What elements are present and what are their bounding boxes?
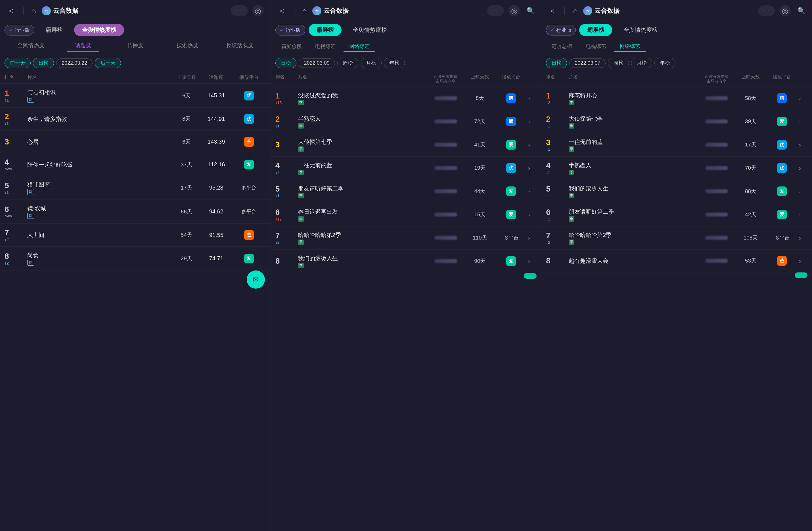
- arrow-col[interactable]: ›: [528, 188, 537, 195]
- table-row[interactable]: 8 ↓2 尚食 网 29天 74.71 爱: [0, 247, 271, 270]
- panel-content[interactable]: 1 ↑3 麻花特开心 季 58天 腾 ›: [541, 87, 812, 531]
- arrow-col[interactable]: ›: [799, 95, 808, 102]
- table-row[interactable]: 3 心居 6天 143.39 芒: [0, 131, 271, 153]
- table-row[interactable]: 5 ↓1 朋友请听好第二季 季 44天 爱 ›: [271, 180, 541, 203]
- row-arrow[interactable]: ›: [799, 165, 801, 171]
- tab-baping[interactable]: 霸屏榜: [38, 24, 71, 36]
- row-arrow[interactable]: ›: [528, 235, 530, 241]
- row-arrow[interactable]: ›: [799, 211, 801, 218]
- table-row[interactable]: 4 ↓1 半熟恋人 季 70天 优 ›: [541, 157, 812, 180]
- row-arrow[interactable]: ›: [799, 142, 801, 148]
- subnav-item-1[interactable]: 话题度: [57, 40, 109, 51]
- row-arrow[interactable]: ›: [528, 165, 530, 171]
- target-icon[interactable]: ◎: [508, 5, 520, 16]
- target-icon[interactable]: ◎: [779, 5, 791, 16]
- table-row[interactable]: 1 ↑1 与君初相识 网 6天 145.31 优: [0, 84, 271, 107]
- sec-tab-2[interactable]: 网络综艺: [614, 41, 646, 52]
- arrow-col[interactable]: ›: [528, 165, 537, 172]
- more-button[interactable]: ···: [231, 5, 248, 16]
- arrow-col[interactable]: ›: [528, 95, 537, 102]
- table-row[interactable]: 8 超有趣滑雪大会 53天 芒 ›: [541, 250, 812, 272]
- subnav-item-2[interactable]: 传播度: [109, 40, 161, 51]
- subnav-item-4[interactable]: 反馈活跃度: [214, 40, 266, 51]
- table-row[interactable]: 6 New 镜·双城 网 66天 94.62 多平台: [0, 200, 271, 224]
- row-arrow[interactable]: ›: [528, 258, 530, 264]
- table-row[interactable]: 7 ↓2 哈哈哈哈哈第2季 季 108天 多平台 ›: [541, 226, 812, 250]
- row-arrow[interactable]: ›: [528, 142, 530, 148]
- row-arrow[interactable]: ›: [799, 118, 801, 124]
- search-icon[interactable]: 🔍: [527, 7, 534, 14]
- table-row[interactable]: 6 ↑17 春日迟迟再出发 季 15天 爱 ›: [271, 203, 541, 226]
- table-row[interactable]: 2 ↓1 余生，请多指教 8天 144.91 优: [0, 107, 271, 131]
- prev-day-btn[interactable]: 前一天: [4, 58, 31, 68]
- chart-explain-button[interactable]: 榜单说明: [524, 273, 537, 279]
- back-icon[interactable]: ＜: [7, 5, 15, 16]
- arrow-col[interactable]: ›: [799, 211, 808, 218]
- chart-explain-button[interactable]: 榜单说明: [795, 272, 808, 278]
- tab-opinion[interactable]: 全舆情热度榜: [345, 24, 395, 36]
- row-arrow[interactable]: ›: [799, 258, 801, 264]
- table-row[interactable]: 1 ↑3 麻花特开心 季 58天 腾 ›: [541, 87, 812, 110]
- home-icon[interactable]: ⌂: [573, 6, 578, 15]
- industry-badge[interactable]: 行业版: [4, 25, 34, 35]
- row-arrow[interactable]: ›: [528, 95, 530, 101]
- table-row[interactable]: 5 ↓1 猎罪图鉴 网 17天 95.28 多平台: [0, 176, 271, 200]
- more-button[interactable]: ···: [487, 5, 504, 16]
- arrow-col[interactable]: ›: [528, 211, 537, 218]
- sec-tab-1[interactable]: 电视综艺: [309, 41, 341, 52]
- year-btn[interactable]: 年榜: [384, 58, 405, 68]
- month-btn[interactable]: 月榜: [631, 58, 652, 68]
- next-day-btn[interactable]: 后一天: [95, 58, 121, 68]
- subnav-item-0[interactable]: 全舆情热度: [4, 40, 57, 51]
- back-icon[interactable]: ＜: [548, 5, 556, 16]
- row-arrow[interactable]: ›: [799, 188, 801, 194]
- arrow-col[interactable]: ›: [799, 258, 808, 264]
- arrow-col[interactable]: ›: [528, 142, 537, 148]
- table-row[interactable]: 3 ↓1 一往无前的蓝 季 17天 优 ›: [541, 133, 812, 157]
- arrow-col[interactable]: ›: [799, 235, 808, 241]
- search-icon[interactable]: 🔍: [798, 7, 805, 14]
- more-button[interactable]: ···: [758, 5, 775, 16]
- target-icon[interactable]: ◎: [252, 5, 264, 16]
- row-arrow[interactable]: ›: [799, 95, 801, 101]
- panel-content[interactable]: 1 ↑1 与君初相识 网 6天 145.31 优: [0, 84, 271, 531]
- table-row[interactable]: 4 ↓2 一往无前的蓝 季 19天 优 ›: [271, 157, 541, 180]
- row-arrow[interactable]: ›: [528, 118, 530, 124]
- arrow-col[interactable]: ›: [799, 118, 808, 125]
- row-arrow[interactable]: ›: [799, 235, 801, 241]
- week-btn[interactable]: 周榜: [337, 58, 358, 68]
- sec-tab-2[interactable]: 网络综艺: [344, 41, 375, 52]
- sec-tab-0[interactable]: 霸屏总榜: [546, 41, 578, 52]
- fab-button[interactable]: ✉: [247, 270, 265, 289]
- arrow-col[interactable]: ›: [799, 142, 808, 148]
- tab-baping[interactable]: 霸屏榜: [579, 24, 612, 36]
- industry-badge[interactable]: 行业版: [275, 25, 305, 35]
- subnav-item-3[interactable]: 搜索热度: [161, 40, 214, 51]
- tab-opinion[interactable]: 全舆情热度榜: [615, 24, 666, 36]
- industry-badge[interactable]: 行业版: [546, 25, 576, 35]
- arrow-col[interactable]: ›: [528, 235, 537, 241]
- table-row[interactable]: 8 我们的滚烫人生 季 90天 爱 ›: [271, 250, 541, 273]
- table-row[interactable]: 1 ↑15 没谈过恋爱的我 季 8天 腾 ›: [271, 87, 541, 110]
- arrow-col[interactable]: ›: [799, 188, 808, 195]
- table-row[interactable]: 2 ↓1 半熟恋人 季 72天 腾 ›: [271, 110, 541, 133]
- row-arrow[interactable]: ›: [528, 211, 530, 218]
- table-row[interactable]: 2 ↓1 大侦探第七季 季 39天 爱 ›: [541, 110, 812, 133]
- table-row[interactable]: 4 New 陪你一起好好吃饭 37天 112.16 爱: [0, 153, 271, 176]
- arrow-col[interactable]: ›: [528, 258, 537, 265]
- panel-content[interactable]: 1 ↑15 没谈过恋爱的我 季 8天 腾 ›: [271, 87, 541, 531]
- tab-opinion[interactable]: 全舆情热度榜: [74, 24, 124, 36]
- year-btn[interactable]: 年榜: [654, 58, 676, 68]
- table-row[interactable]: 3 大侦探第七季 季 41天 爱 ›: [271, 133, 541, 157]
- home-icon[interactable]: ⌂: [31, 6, 36, 15]
- row-arrow[interactable]: ›: [528, 188, 530, 194]
- arrow-col[interactable]: ›: [799, 165, 808, 172]
- table-row[interactable]: 7 ↓2 人世间 54天 91.55 芒: [0, 224, 271, 247]
- week-btn[interactable]: 周榜: [608, 58, 629, 68]
- tab-baping[interactable]: 霸屏榜: [309, 24, 342, 36]
- back-icon[interactable]: ＜: [278, 5, 286, 16]
- sec-tab-0[interactable]: 霸屏总榜: [275, 41, 307, 52]
- arrow-col[interactable]: ›: [528, 118, 537, 125]
- table-row[interactable]: 7 ↓2 哈哈哈哈哈第2季 季 110天 多平台 ›: [271, 226, 541, 250]
- table-row[interactable]: 5 ↑1 我们的滚烫人生 季 88天 爱 ›: [541, 180, 812, 203]
